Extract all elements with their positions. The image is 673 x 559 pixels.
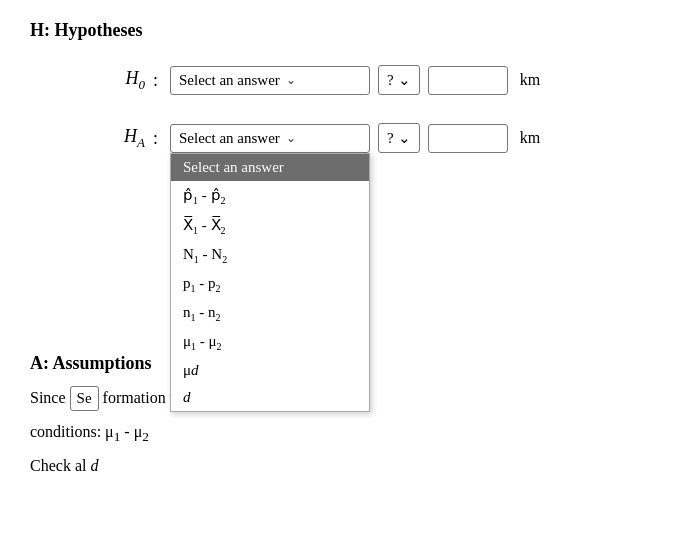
- hA-chevron-icon: ⌄: [286, 131, 296, 146]
- hA-dropdown-container: Select an answer ⌄ Select an answer p̂1 …: [170, 124, 370, 153]
- hA-question-chevron-icon: ⌄: [398, 129, 411, 147]
- since-select[interactable]: Se: [70, 386, 99, 411]
- h0-row: H0 : Select an answer ⌄ ? ⌄ km: [90, 65, 643, 95]
- hA-select-label: Select an answer: [179, 130, 280, 147]
- hA-km-label: km: [520, 129, 540, 147]
- d-text: d: [90, 457, 98, 474]
- h0-select[interactable]: Select an answer ⌄: [170, 66, 370, 95]
- since-select-label: Se: [77, 390, 92, 407]
- dropdown-item-d[interactable]: d: [171, 384, 369, 411]
- mu-diff-text: μ1 - μ2: [105, 423, 149, 440]
- hA-row: HA : Select an answer ⌄ Select an answer…: [90, 123, 643, 153]
- hA-select[interactable]: Select an answer ⌄: [170, 124, 370, 153]
- h0-question-label: ?: [387, 72, 394, 89]
- check-row: Check al d: [30, 457, 643, 475]
- hA-question-label: ?: [387, 130, 394, 147]
- hypotheses-title: H: Hypotheses: [30, 20, 643, 41]
- h0-select-label: Select an answer: [179, 72, 280, 89]
- h0-number-input[interactable]: [428, 66, 508, 95]
- h0-km-label: km: [520, 71, 540, 89]
- dropdown-item-N[interactable]: N1 - N2: [171, 241, 369, 270]
- check-text-label: Check al: [30, 457, 86, 474]
- conditions-text: conditions:: [30, 423, 101, 440]
- h0-dropdown-container: Select an answer ⌄: [170, 66, 370, 95]
- hA-question-select[interactable]: ? ⌄: [378, 123, 420, 153]
- since-text-label: Since: [30, 389, 66, 406]
- h0-question-chevron-icon: ⌄: [398, 71, 411, 89]
- h0-colon: :: [153, 70, 158, 91]
- hA-colon: :: [153, 128, 158, 149]
- dropdown-item-mu[interactable]: μ1 - μ2: [171, 328, 369, 357]
- hA-dropdown-menu: Select an answer p̂1 - p̂2 X̅1 - X̅2 N1 …: [170, 153, 370, 412]
- dropdown-item-select-answer[interactable]: Select an answer: [171, 154, 369, 181]
- dropdown-item-p-hat[interactable]: p̂1 - p̂2: [171, 181, 369, 211]
- dropdown-item-n[interactable]: n1 - n2: [171, 299, 369, 328]
- dropdown-item-mu-d[interactable]: μd: [171, 357, 369, 384]
- hypotheses-section: H: Hypotheses H0 : Select an answer ⌄ ? …: [30, 20, 643, 153]
- h0-chevron-icon: ⌄: [286, 73, 296, 88]
- conditions-row: conditions: μ1 - μ2: [30, 423, 643, 445]
- hA-label: HA: [90, 126, 145, 151]
- h0-question-select[interactable]: ? ⌄: [378, 65, 420, 95]
- hA-number-input[interactable]: [428, 124, 508, 153]
- h0-label: H0: [90, 68, 145, 93]
- dropdown-item-p[interactable]: p1 - p2: [171, 270, 369, 299]
- dropdown-item-x-bar[interactable]: X̅1 - X̅2: [171, 211, 369, 241]
